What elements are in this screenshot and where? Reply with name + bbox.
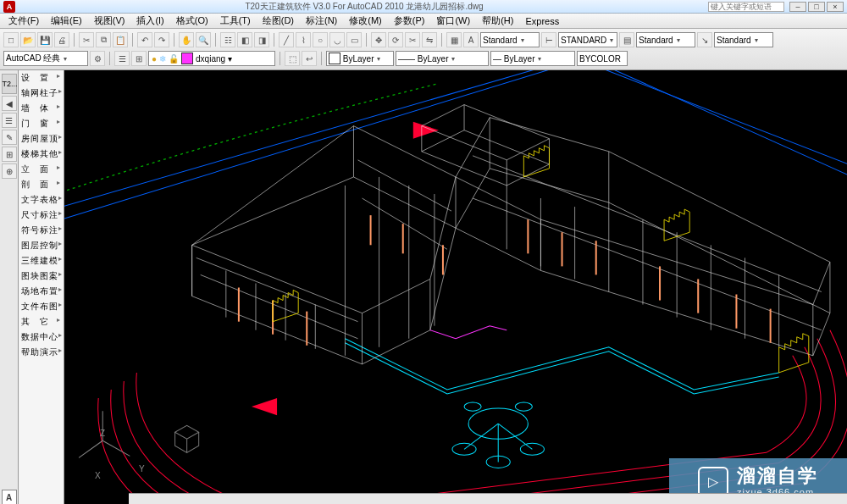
close-button[interactable]: × xyxy=(827,2,844,12)
paste-icon[interactable]: 📋 xyxy=(113,32,128,47)
left-palette: T2... ◀ ☰ ✎ ⊞ ⊕ A xyxy=(0,70,19,504)
menu-window[interactable]: 窗口(W) xyxy=(431,14,475,28)
move-icon[interactable]: ✥ xyxy=(371,32,386,47)
panel-item-layer-control[interactable]: 图层控制▸ xyxy=(19,238,64,253)
palette-tool-2-icon[interactable]: ✎ xyxy=(2,130,17,145)
redo-icon[interactable]: ↷ xyxy=(154,32,169,47)
workspace-select[interactable]: AutoCAD 经典▾ xyxy=(3,51,88,66)
layer-manager-icon[interactable]: ☰ xyxy=(114,51,130,66)
svg-line-3 xyxy=(588,70,847,190)
panel-item-data-center[interactable]: 数据中心▸ xyxy=(19,330,64,345)
pan-icon[interactable]: ✋ xyxy=(179,32,194,47)
toolbar-row-1: □ 📂 💾 🖨 ✂ ⧉ 📋 ↶ ↷ ✋ 🔍 ☷ ◧ ◨ ╱ ⌇ ○ ◡ ▭ ✥ … xyxy=(3,30,844,49)
make-current-icon[interactable]: ⬚ xyxy=(285,51,300,66)
panel-item-dimension[interactable]: 尺寸标注▸ xyxy=(19,208,64,223)
panel-item-section[interactable]: 剖 面▸ xyxy=(19,177,64,192)
panel-item-symbol[interactable]: 符号标注▸ xyxy=(19,223,64,238)
layer-on-icon: ● xyxy=(152,54,157,64)
text-style-icon[interactable]: A xyxy=(463,32,479,47)
menu-format[interactable]: 格式(O) xyxy=(171,14,213,28)
model-layout-tabs[interactable] xyxy=(129,493,847,504)
properties-icon[interactable]: ☷ xyxy=(220,32,235,47)
panel-item-stair-other[interactable]: 楼梯其他▸ xyxy=(19,147,64,162)
panel-item-help-demo[interactable]: 帮助演示▸ xyxy=(19,345,64,360)
zoom-icon[interactable]: 🔍 xyxy=(196,32,211,47)
layer-prev-icon[interactable]: ↩ xyxy=(302,51,317,66)
menu-help[interactable]: 帮助(H) xyxy=(477,14,518,28)
panel-item-elevation[interactable]: 立 面▸ xyxy=(19,162,64,177)
save-icon[interactable]: 💾 xyxy=(37,32,53,47)
maximize-button[interactable]: □ xyxy=(808,2,825,12)
menu-view[interactable]: 视图(V) xyxy=(89,14,130,28)
panel-item-file-layout[interactable]: 文件布图▸ xyxy=(19,299,64,314)
text-style-select[interactable]: Standard▾ xyxy=(480,32,540,47)
app-logo: A xyxy=(3,1,15,13)
menu-tools[interactable]: 工具(T) xyxy=(215,14,256,28)
hatch-icon[interactable]: ▦ xyxy=(446,32,462,47)
drawing-svg xyxy=(64,70,847,504)
menu-insert[interactable]: 插入(I) xyxy=(131,14,169,28)
svg-line-24 xyxy=(201,274,358,338)
layer-select[interactable]: ● ❄ 🔓 dxqiang ▾ xyxy=(148,51,275,66)
menu-modify[interactable]: 修改(M) xyxy=(344,14,387,28)
print-icon[interactable]: 🖨 xyxy=(54,32,69,47)
linetype-select[interactable]: —— ByLayer▾ xyxy=(396,51,489,66)
menu-edit[interactable]: 编辑(E) xyxy=(46,14,87,28)
mirror-icon[interactable]: ⇋ xyxy=(422,32,437,47)
circle-icon[interactable]: ○ xyxy=(313,32,328,47)
palette-tool-4-icon[interactable]: ⊕ xyxy=(2,163,17,179)
line-icon[interactable]: ╱ xyxy=(279,32,294,47)
lineweight-select[interactable]: — ByLayer▾ xyxy=(490,51,575,66)
palette-tool-1-icon[interactable]: ☰ xyxy=(2,113,17,128)
panel-item-wall[interactable]: 墙 体▸ xyxy=(19,101,64,116)
menu-file[interactable]: 文件(F) xyxy=(3,14,44,28)
polyline-icon[interactable]: ⌇ xyxy=(296,32,311,47)
dim-style-select[interactable]: STANDARD▾ xyxy=(558,32,617,47)
workspace-gear-icon[interactable]: ⚙ xyxy=(90,51,105,66)
tool-a-icon[interactable]: ◧ xyxy=(237,32,252,47)
svg-line-37 xyxy=(473,198,822,330)
layer-states-icon[interactable]: ⊞ xyxy=(131,51,147,66)
help-search-input[interactable] xyxy=(708,2,784,12)
mleader-style-icon[interactable]: ↘ xyxy=(697,32,712,47)
drawing-canvas[interactable]: Z Y X ▷ 溜溜自学 zixue.3d66.com xyxy=(64,70,847,504)
plot-color-input[interactable] xyxy=(577,51,628,66)
arc-icon[interactable]: ◡ xyxy=(329,32,345,47)
panel-item-block-pattern[interactable]: 图块图案▸ xyxy=(19,269,64,284)
panel-item-3d-model[interactable]: 三维建模▸ xyxy=(19,253,64,269)
trim-icon[interactable]: ✂ xyxy=(405,32,420,47)
menu-parametric[interactable]: 参数(P) xyxy=(389,14,430,28)
color-select[interactable]: ByLayer▾ xyxy=(326,51,394,66)
new-icon[interactable]: □ xyxy=(3,32,19,47)
palette-collapse-icon[interactable]: ◀ xyxy=(2,96,17,111)
menu-dimension[interactable]: 标注(N) xyxy=(301,14,342,28)
svg-line-0 xyxy=(64,70,575,211)
table-style-select[interactable]: Standard▾ xyxy=(636,32,695,47)
table-style-icon[interactable]: ▤ xyxy=(619,32,634,47)
panel-item-axis-column[interactable]: 轴网柱子▸ xyxy=(19,86,64,101)
svg-marker-5 xyxy=(252,398,277,415)
rectangle-icon[interactable]: ▭ xyxy=(346,32,362,47)
copy-icon[interactable]: ⧉ xyxy=(96,32,111,47)
panel-item-settings[interactable]: 设 置▸ xyxy=(19,70,64,86)
panel-item-other[interactable]: 其 它▸ xyxy=(19,314,64,330)
tool-b-icon[interactable]: ◨ xyxy=(254,32,269,47)
dim-style-icon[interactable]: ⊢ xyxy=(541,32,556,47)
palette-tool-3-icon[interactable]: ⊞ xyxy=(2,147,17,162)
cut-icon[interactable]: ✂ xyxy=(79,32,94,47)
panel-item-text-table[interactable]: 文字表格▸ xyxy=(19,192,64,208)
menu-express[interactable]: Express xyxy=(520,15,564,27)
minimize-button[interactable]: – xyxy=(789,2,806,12)
palette-alpha-button[interactable]: A xyxy=(2,490,17,504)
palette-tab[interactable]: T2... xyxy=(2,74,17,94)
panel-item-room-roof[interactable]: 房间屋顶▸ xyxy=(19,131,64,147)
svg-point-11 xyxy=(464,402,481,411)
menu-draw[interactable]: 绘图(D) xyxy=(257,14,299,28)
open-icon[interactable]: 📂 xyxy=(20,32,36,47)
panel-item-door-window[interactable]: 门 窗▸ xyxy=(19,116,64,131)
menubar: 文件(F) 编辑(E) 视图(V) 插入(I) 格式(O) 工具(T) 绘图(D… xyxy=(0,14,847,29)
undo-icon[interactable]: ↶ xyxy=(137,32,152,47)
rotate-icon[interactable]: ⟳ xyxy=(388,32,403,47)
panel-item-site[interactable]: 场地布置▸ xyxy=(19,284,64,299)
mleader-style-select[interactable]: Standard▾ xyxy=(714,32,773,47)
